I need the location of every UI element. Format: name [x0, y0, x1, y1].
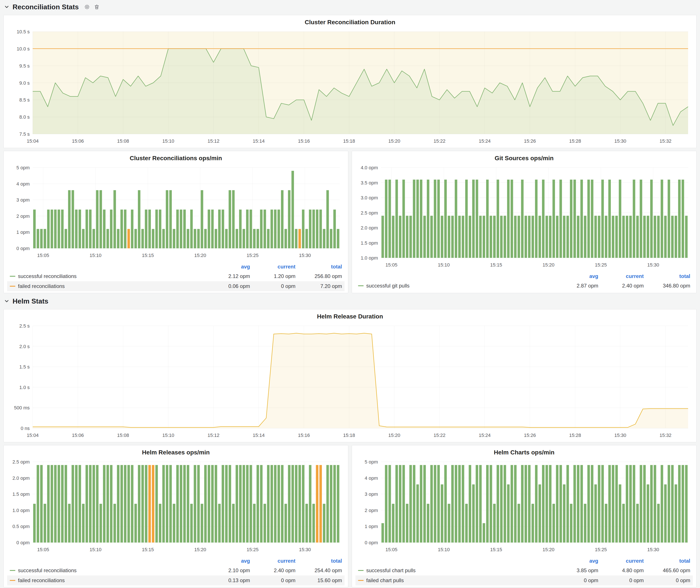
series-name[interactable]: successful chart pulls [366, 567, 416, 574]
svg-text:15:16: 15:16 [298, 433, 310, 438]
cluster-reconciliation-duration-chart[interactable]: 15:0415:0615:0815:1015:1215:1415:1615:18… [7, 28, 693, 146]
svg-text:2.5 opm: 2.5 opm [361, 210, 378, 216]
cluster-reconciliations-opm-chart[interactable]: 15:0515:1015:1515:2015:2515:300 opm1 opm… [7, 164, 345, 260]
svg-text:15:30: 15:30 [299, 253, 311, 258]
legend-column-current[interactable]: current [250, 558, 295, 564]
legend-column-current[interactable]: current [598, 273, 644, 279]
legend-column-total[interactable]: total [295, 558, 342, 564]
svg-text:1.5 s: 1.5 s [19, 364, 30, 370]
legend-row: failed reconciliations0.13 opm0 opm15.60… [7, 575, 345, 585]
svg-text:5 opm: 5 opm [16, 165, 30, 170]
svg-text:15:16: 15:16 [298, 138, 310, 144]
legend-value: 0 opm [553, 577, 598, 584]
svg-text:15:06: 15:06 [72, 433, 84, 438]
legend-value: 465.60 opm [644, 567, 690, 574]
svg-text:8.0 s: 8.0 s [19, 114, 30, 120]
svg-text:3.0 opm: 3.0 opm [361, 195, 378, 200]
svg-text:15:28: 15:28 [569, 138, 581, 144]
svg-text:15:26: 15:26 [524, 433, 536, 438]
panel-cluster-reconciliation-duration: Cluster Reconciliation Duration 15:0415:… [3, 15, 697, 148]
trash-icon[interactable] [94, 4, 100, 10]
svg-text:1.0 opm: 1.0 opm [361, 255, 378, 261]
legend-value: 346.80 opm [644, 283, 690, 289]
legend-column-avg[interactable]: avg [553, 558, 598, 564]
svg-text:15:22: 15:22 [434, 138, 445, 144]
svg-text:500 ms: 500 ms [14, 405, 30, 410]
legend-series: failed reconciliations [10, 283, 205, 289]
series-name[interactable]: failed reconciliations [18, 283, 65, 289]
svg-text:15:32: 15:32 [660, 138, 671, 144]
legend-value: 7.20 opm [295, 283, 342, 289]
svg-text:1 opm: 1 opm [365, 524, 378, 529]
legend: avgcurrenttotalsuccessful git pulls2.87 … [355, 272, 693, 291]
svg-text:10.0 s: 10.0 s [17, 46, 30, 52]
svg-text:9.5 s: 9.5 s [19, 63, 30, 69]
gear-icon[interactable] [84, 4, 90, 10]
legend-value: 256.80 opm [295, 273, 342, 279]
svg-text:2 opm: 2 opm [16, 213, 30, 219]
legend-column-avg[interactable]: avg [205, 558, 250, 564]
svg-text:15:25: 15:25 [247, 253, 258, 258]
series-name[interactable]: failed reconciliations [18, 577, 65, 584]
helm-charts-opm-chart[interactable]: 15:0515:1015:1515:2015:2515:300 opm1 opm… [355, 458, 693, 555]
legend-header: avgcurrenttotal [355, 557, 693, 565]
series-name[interactable]: failed chart pulls [366, 577, 404, 584]
svg-text:10.5 s: 10.5 s [17, 29, 30, 34]
legend-value: 0 opm [250, 283, 295, 289]
svg-text:2.0 opm: 2.0 opm [13, 475, 30, 481]
svg-text:0 opm: 0 opm [365, 540, 378, 545]
svg-text:0 opm: 0 opm [16, 540, 30, 545]
legend-value: 2.87 opm [553, 283, 598, 289]
panel-title[interactable]: Helm Charts ops/min [355, 447, 693, 458]
legend-row: successful git pulls2.87 opm2.40 opm346.… [355, 281, 693, 291]
svg-text:15:24: 15:24 [479, 138, 491, 144]
panel-title[interactable]: Helm Releases ops/min [7, 447, 345, 458]
legend-column-total[interactable]: total [644, 558, 690, 564]
svg-text:15:12: 15:12 [208, 138, 219, 144]
legend-row: successful chart pulls3.85 opm4.80 opm46… [355, 565, 693, 575]
series-name[interactable]: successful git pulls [366, 283, 410, 289]
svg-text:4 opm: 4 opm [365, 475, 378, 481]
legend-series: successful reconciliations [10, 567, 205, 574]
svg-text:4 opm: 4 opm [16, 181, 30, 187]
legend-row: successful reconciliations2.10 opm2.40 o… [7, 565, 345, 575]
helm-releases-opm-chart[interactable]: 15:0515:1015:1515:2015:2515:300 opm0.5 o… [7, 458, 345, 555]
legend-column-total[interactable]: total [644, 273, 690, 279]
panel-title[interactable]: Cluster Reconciliations ops/min [7, 153, 345, 164]
section-header-reconciliation-stats[interactable]: Reconciliation Stats [3, 2, 697, 12]
svg-text:9.0 s: 9.0 s [19, 80, 30, 86]
panel-helm-release-duration: Helm Release Duration 15:0415:0615:0815:… [3, 309, 697, 442]
svg-text:0 ns: 0 ns [21, 426, 30, 431]
svg-text:15:15: 15:15 [142, 547, 154, 552]
legend-value: 0.13 opm [205, 577, 250, 584]
svg-text:15:10: 15:10 [162, 138, 174, 144]
legend-column-avg[interactable]: avg [205, 263, 250, 270]
panel-helm-charts-opm: Helm Charts ops/min 15:0515:1015:1515:20… [352, 445, 697, 587]
panel-title[interactable]: Git Sources ops/min [355, 153, 693, 164]
helm-release-duration-chart[interactable]: 15:0415:0615:0815:1015:1215:1415:1615:18… [7, 322, 693, 440]
legend-row: successful reconciliations2.12 opm1.20 o… [7, 271, 345, 281]
panel-title[interactable]: Helm Release Duration [7, 312, 693, 322]
series-color-icon [10, 570, 15, 571]
series-name[interactable]: successful reconciliations [18, 567, 77, 574]
legend-value: 0.06 opm [205, 283, 250, 289]
section-header-helm-stats[interactable]: Helm Stats [3, 296, 697, 306]
panel-title[interactable]: Cluster Reconciliation Duration [7, 17, 693, 28]
legend-column-total[interactable]: total [295, 263, 342, 270]
svg-text:15:25: 15:25 [595, 547, 607, 552]
legend-column-avg[interactable]: avg [553, 273, 598, 279]
git-sources-opm-chart[interactable]: 15:0515:1015:1515:2015:2515:301.0 opm1.5… [355, 164, 693, 270]
legend-series: failed reconciliations [10, 577, 205, 584]
chevron-down-icon [4, 298, 10, 304]
svg-text:15:05: 15:05 [385, 262, 397, 268]
legend-column-current[interactable]: current [250, 263, 295, 270]
svg-text:0.5 opm: 0.5 opm [13, 524, 30, 529]
series-name[interactable]: successful reconciliations [18, 273, 77, 279]
svg-text:15:28: 15:28 [569, 433, 581, 438]
svg-text:15:10: 15:10 [90, 547, 102, 552]
svg-text:15:30: 15:30 [647, 262, 659, 268]
panel-helm-releases-opm: Helm Releases ops/min 15:0515:1015:1515:… [3, 445, 348, 587]
svg-text:5 opm: 5 opm [365, 459, 378, 465]
svg-text:15:30: 15:30 [299, 547, 311, 552]
legend-column-current[interactable]: current [598, 558, 644, 564]
